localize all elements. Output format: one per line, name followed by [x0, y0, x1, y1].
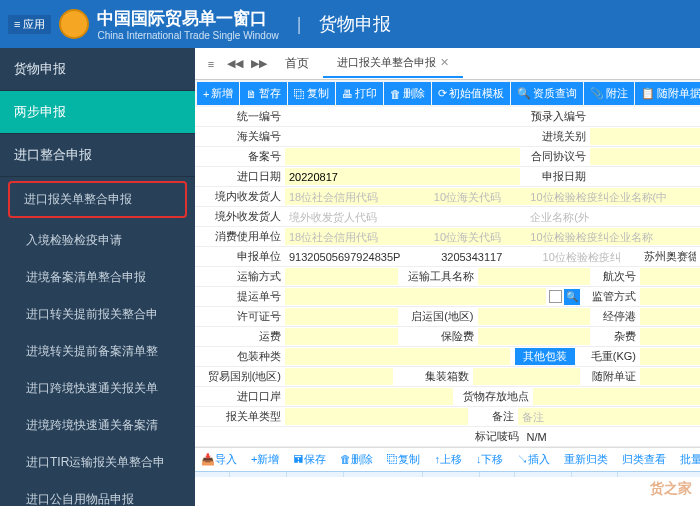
lbl-包装种类: 包装种类 — [195, 347, 285, 366]
inp-集装箱数[interactable] — [473, 368, 581, 385]
inp-运费[interactable] — [285, 328, 398, 345]
inp-境外-空[interactable] — [430, 208, 527, 225]
inp-提运单号[interactable] — [285, 288, 546, 305]
inp-消费-检疫[interactable]: 10位检验检疫纠企业名称 — [526, 228, 700, 245]
inp-统一编号[interactable] — [285, 108, 520, 125]
toolbar-button[interactable]: 🗎暂存 — [240, 82, 287, 105]
toolbar-button[interactable]: 🗑删除 — [384, 82, 431, 105]
lbl-启运国: 启运国(地区) — [398, 307, 478, 326]
inp-境内-检疫[interactable]: 10位检验检疫纠企业名称(中 — [526, 188, 700, 205]
logo — [59, 9, 89, 39]
inp-备注[interactable]: 备注 — [518, 408, 701, 425]
sidebar-item[interactable]: 进口整合申报 — [0, 134, 195, 177]
inp-申报-海关代码[interactable] — [437, 248, 538, 265]
bottom-button[interactable]: 重新归类 — [560, 450, 612, 469]
site-title-cn: 中国国际贸易单一窗口 — [97, 7, 278, 30]
inp-许可证号[interactable] — [285, 308, 398, 325]
bottom-button[interactable]: 批量修改 — [676, 450, 700, 469]
bottom-button[interactable]: ↘插入 — [513, 450, 554, 469]
bottom-button[interactable]: ↑上移 — [430, 450, 466, 469]
inp-预录入编号[interactable] — [590, 108, 700, 125]
sidebar-item[interactable]: 进境转关提前备案清单整 — [0, 333, 195, 370]
inp-毛重[interactable] — [640, 348, 700, 365]
inp-航次号[interactable] — [640, 268, 700, 285]
toolbar-button[interactable]: 🔍资质查询 — [511, 82, 583, 105]
inp-启运国[interactable] — [478, 308, 591, 325]
bottom-button[interactable]: 归类查看 — [618, 450, 670, 469]
tab-bar: ≡ ◀◀ ▶▶ 首页 进口报关单整合申报✕ — [195, 48, 700, 80]
nav-back-icon[interactable]: ◀◀ — [223, 53, 247, 75]
inp-申报-信用代码[interactable] — [285, 248, 437, 265]
close-icon[interactable]: ✕ — [440, 56, 449, 68]
inp-进口口岸[interactable] — [285, 388, 453, 405]
tab-home[interactable]: 首页 — [271, 49, 323, 78]
inp-申报-名称[interactable] — [640, 248, 700, 265]
inp-杂费[interactable] — [640, 328, 700, 345]
inp-贸易国别[interactable] — [285, 368, 393, 385]
sidebar-item[interactable]: 进口公自用物品申报 — [0, 481, 195, 506]
inp-报关单类型[interactable] — [285, 408, 468, 425]
inp-申报-检疫[interactable]: 10位检验检疫纠 — [539, 248, 640, 265]
inp-备案号[interactable] — [285, 148, 520, 165]
bottom-button[interactable]: ⿻复制 — [383, 450, 424, 469]
bottom-button[interactable]: 📥导入 — [197, 450, 241, 469]
inp-合同协议号[interactable] — [590, 148, 700, 165]
sidebar-item[interactable]: 进境跨境快速通关备案清 — [0, 407, 195, 444]
sidebar-item[interactable]: 两步申报 — [0, 91, 195, 134]
lbl-境外收发货人: 境外收发货人 — [195, 207, 285, 226]
bottom-button[interactable]: +新增 — [247, 450, 283, 469]
lbl-保险费: 保险费 — [398, 327, 478, 346]
sidebar-item[interactable]: 入境检验检疫申请 — [0, 222, 195, 259]
toolbar-button[interactable]: ⿻复制 — [288, 82, 335, 105]
column-header[interactable]: 商品名称 — [423, 472, 480, 477]
sidebar-item[interactable]: 进境备案清单整合申报 — [0, 259, 195, 296]
column-header[interactable]: 备案序号 — [230, 472, 287, 477]
sidebar-item[interactable]: 进口跨境快速通关报关单 — [0, 370, 195, 407]
inp-申报日期[interactable] — [590, 168, 700, 185]
bottom-button[interactable]: 🗑删除 — [336, 450, 377, 469]
app-menu-button[interactable]: ≡ 应用 — [8, 15, 51, 34]
sidebar-item[interactable]: 货物申报 — [0, 48, 195, 91]
sidebar-item[interactable]: 进口报关单整合申报 — [8, 181, 187, 218]
btn-其他包装[interactable]: 其他包装 — [515, 348, 575, 365]
bottom-button[interactable]: 🖬保存 — [289, 450, 330, 469]
inp-消费-信用代码[interactable]: 18位社会信用代码 — [285, 228, 430, 245]
column-header[interactable]: 检验检疫名称 — [344, 472, 423, 477]
toolbar-button[interactable]: ⟳初始值模板 — [432, 82, 510, 105]
column-header[interactable]: 项号 — [195, 472, 230, 477]
inp-运输方式[interactable] — [285, 268, 398, 285]
nav-menu-icon[interactable]: ≡ — [199, 53, 223, 75]
toolbar-button[interactable]: 🖶打印 — [336, 82, 383, 105]
toolbar-button[interactable]: 📎附注 — [584, 82, 634, 105]
inp-进境关别[interactable] — [590, 128, 700, 145]
toolbar-button[interactable]: 📋随附单据 — [635, 82, 700, 105]
inp-监管方式[interactable] — [640, 288, 700, 305]
bottom-button[interactable]: ↓下移 — [472, 450, 508, 469]
sidebar-item[interactable]: 进口转关提前报关整合申 — [0, 296, 195, 333]
inp-标记唛码[interactable] — [523, 428, 701, 445]
inp-随附单证[interactable] — [640, 368, 700, 385]
inp-海关编号[interactable] — [285, 128, 520, 145]
column-header[interactable]: 成交数量 — [515, 472, 572, 477]
inp-进口日期[interactable] — [285, 168, 520, 185]
inp-货物存放地点[interactable] — [533, 388, 701, 405]
tab-current[interactable]: 进口报关单整合申报✕ — [323, 49, 463, 78]
inp-消费-海关代码[interactable]: 10位海关代码 — [430, 228, 527, 245]
inp-境外-代码[interactable]: 境外收发货人代码 — [285, 208, 430, 225]
inp-境内-信用代码[interactable]: 18位社会信用代码 — [285, 188, 430, 205]
inp-包装种类[interactable] — [285, 348, 510, 365]
toolbar-button[interactable]: +新增 — [197, 82, 239, 105]
inp-经停港[interactable] — [640, 308, 700, 325]
column-header[interactable]: 商品编号 — [287, 472, 344, 477]
column-header[interactable]: 成交单 — [572, 472, 618, 477]
sidebar-item[interactable]: 进口TIR运输报关单整合申 — [0, 444, 195, 481]
lbl-进口日期: 进口日期 — [195, 167, 285, 186]
nav-fwd-icon[interactable]: ▶▶ — [247, 53, 271, 75]
inp-保险费[interactable] — [478, 328, 591, 345]
checkbox[interactable] — [549, 290, 562, 303]
inp-境外-名称[interactable]: 企业名称(外 — [526, 208, 700, 225]
inp-运输工具名称[interactable] — [478, 268, 591, 285]
search-icon[interactable]: 🔍 — [564, 289, 580, 305]
inp-境内-海关代码[interactable]: 10位海关代码 — [430, 188, 527, 205]
column-header[interactable]: 规格 — [480, 472, 515, 477]
